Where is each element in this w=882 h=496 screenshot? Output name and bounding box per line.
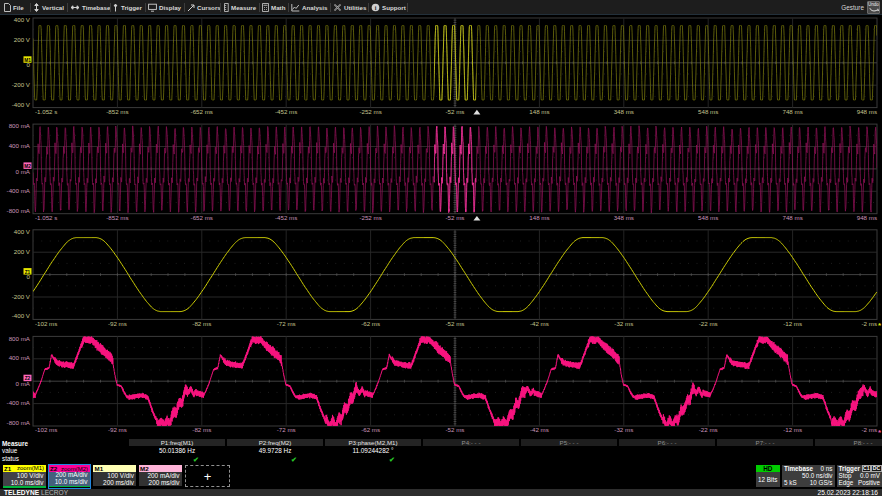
svg-text:-652 ms: -652 ms	[191, 108, 213, 115]
svg-text:400 V: 400 V	[14, 228, 31, 235]
svg-text:-400 mA: -400 mA	[7, 399, 31, 406]
svg-text:-652 ms: -652 ms	[191, 214, 213, 221]
svg-text:-200 V: -200 V	[12, 293, 31, 300]
svg-text:-852 ms: -852 ms	[106, 214, 128, 221]
svg-text:0 mA: 0 mA	[16, 380, 31, 387]
svg-text:-62 ms: -62 ms	[361, 426, 380, 433]
svg-text:-452 ms: -452 ms	[275, 108, 297, 115]
svg-text:148 ms: 148 ms	[529, 214, 549, 221]
svg-text:0: 0	[27, 273, 31, 280]
svg-text:-400 V: -400 V	[12, 101, 31, 108]
svg-text:-52 ms: -52 ms	[446, 320, 465, 327]
svg-text:-12 ms: -12 ms	[783, 426, 802, 433]
svg-text:-12 ms: -12 ms	[783, 320, 802, 327]
svg-text:200 V: 200 V	[14, 36, 31, 43]
svg-text:-852 ms: -852 ms	[106, 108, 128, 115]
svg-text:-32 ms: -32 ms	[614, 426, 633, 433]
svg-text:348 ms: 348 ms	[614, 108, 634, 115]
svg-text:548 ms: 548 ms	[698, 108, 718, 115]
svg-text:-2 ms: -2 ms	[862, 320, 877, 327]
svg-text:-42 ms: -42 ms	[530, 320, 549, 327]
svg-text:-800 mA: -800 mA	[7, 419, 31, 426]
svg-text:400 mA: 400 mA	[9, 354, 31, 361]
svg-text:-52 ms: -52 ms	[446, 108, 465, 115]
svg-text:-1.052 s: -1.052 s	[35, 108, 57, 115]
svg-text:748 ms: 748 ms	[782, 108, 802, 115]
svg-text:948 ms: 948 ms	[857, 108, 877, 115]
svg-text:-22 ms: -22 ms	[699, 426, 718, 433]
svg-text:-102 ms: -102 ms	[35, 426, 57, 433]
svg-text:748 ms: 748 ms	[782, 214, 802, 221]
svg-text:-1.052 s: -1.052 s	[35, 214, 57, 221]
svg-text:-200 V: -200 V	[12, 81, 31, 88]
svg-text:-72 ms: -72 ms	[277, 320, 296, 327]
svg-text:400 V: 400 V	[14, 16, 31, 23]
svg-text:-800 mA: -800 mA	[7, 207, 31, 214]
svg-text:*: *	[878, 321, 882, 330]
svg-text:*: *	[878, 428, 882, 437]
svg-text:-252 ms: -252 ms	[359, 108, 381, 115]
svg-text:-252 ms: -252 ms	[359, 214, 381, 221]
svg-text:200 V: 200 V	[14, 248, 31, 255]
svg-text:-52 ms: -52 ms	[446, 426, 465, 433]
svg-text:400 mA: 400 mA	[9, 142, 31, 149]
svg-text:-82 ms: -82 ms	[192, 426, 211, 433]
svg-text:-62 ms: -62 ms	[361, 320, 380, 327]
svg-text:-92 ms: -92 ms	[108, 426, 127, 433]
svg-text:-400 V: -400 V	[12, 312, 31, 319]
svg-text:548 ms: 548 ms	[698, 214, 718, 221]
svg-text:0 mA: 0 mA	[16, 168, 31, 175]
svg-text:-82 ms: -82 ms	[192, 320, 211, 327]
svg-text:-32 ms: -32 ms	[614, 320, 633, 327]
svg-text:-72 ms: -72 ms	[277, 426, 296, 433]
svg-text:-102 ms: -102 ms	[35, 320, 57, 327]
svg-text:348 ms: 348 ms	[614, 214, 634, 221]
svg-text:-92 ms: -92 ms	[108, 320, 127, 327]
svg-text:-400 mA: -400 mA	[7, 187, 31, 194]
svg-text:800 mA: 800 mA	[9, 335, 31, 342]
svg-text:800 mA: 800 mA	[9, 122, 31, 129]
svg-text:-2 ms: -2 ms	[862, 426, 877, 433]
svg-text:-22 ms: -22 ms	[699, 320, 718, 327]
svg-text:148 ms: 148 ms	[529, 108, 549, 115]
svg-text:-52 ms: -52 ms	[446, 214, 465, 221]
svg-text:-452 ms: -452 ms	[275, 214, 297, 221]
svg-text:0: 0	[27, 61, 31, 68]
svg-text:-42 ms: -42 ms	[530, 426, 549, 433]
svg-text:948 ms: 948 ms	[857, 214, 877, 221]
